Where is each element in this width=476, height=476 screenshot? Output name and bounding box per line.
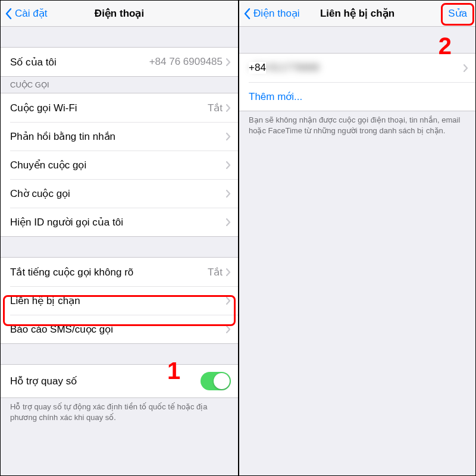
blocked-number: +84 911778888 [249,62,464,74]
caller-id-cell[interactable]: Hiện ID người gọi của tôi [1,208,238,236]
my-number-label: Số của tôi [10,56,149,68]
call-waiting-cell[interactable]: Chờ cuộc gọi [1,179,238,208]
chevron-right-icon [226,190,231,198]
blocked-footer: Bạn sẽ không nhận được cuộc gọi điện tho… [239,111,475,142]
chevron-right-icon [226,297,231,305]
blocked-contact-row[interactable]: +84 911778888 +84 [239,54,475,82]
my-number-value: +84 76 6909485 [149,56,223,68]
chevron-left-icon [244,8,251,20]
chevron-left-icon [5,8,12,20]
phone-settings-panel: Cài đặt Điện thoại Số của tôi +84 76 690… [1,1,238,475]
report-sms-cell[interactable]: Báo cáo SMS/cuộc gọi [1,315,238,343]
nav-bar: Điện thoại Liên hệ bị chặn Sửa [239,1,475,27]
wifi-calling-value: Tắt [208,102,223,114]
blocked-contacts-panel: Điện thoại Liên hệ bị chặn Sửa +84 91177… [238,1,475,475]
silence-unknown-value: Tắt [208,266,223,278]
dial-assist-switch[interactable] [201,372,231,390]
respond-with-text-label: Phản hồi bằng tin nhắn [10,130,226,143]
call-forwarding-label: Chuyển cuộc gọi [10,159,226,171]
back-label: Cài đặt [15,7,47,20]
report-sms-label: Báo cáo SMS/cuộc gọi [10,323,226,336]
chevron-right-icon [226,161,231,169]
wifi-calling-label: Cuộc gọi Wi-Fi [10,102,208,114]
chevron-right-icon [464,64,468,72]
back-button[interactable]: Cài đặt [5,7,47,20]
blocked-list: +84 911778888 +84 Thêm mới... Bạn sẽ khô… [239,27,475,475]
chevron-right-icon [226,268,231,276]
back-label: Điện thoại [253,7,300,20]
my-number-cell[interactable]: Số của tôi +84 76 6909485 [1,48,238,76]
caller-id-label: Hiện ID người gọi của tôi [10,216,226,228]
respond-with-text-cell[interactable]: Phản hồi bằng tin nhắn [1,122,238,151]
settings-list: Số của tôi +84 76 6909485 CUỘC GỌI Cuộc … [1,27,238,475]
chevron-right-icon [226,104,231,112]
blocked-contacts-cell[interactable]: Liên hệ bị chặn [1,286,238,315]
add-new-label: Thêm mới... [249,90,302,103]
chevron-right-icon [226,218,231,226]
call-forwarding-cell[interactable]: Chuyển cuộc gọi [1,151,238,179]
nav-bar: Cài đặt Điện thoại [1,1,238,27]
silence-unknown-label: Tắt tiếng cuộc gọi không rõ [10,266,208,278]
chevron-right-icon [226,325,231,333]
wifi-calling-cell[interactable]: Cuộc gọi Wi-Fi Tắt [1,93,238,122]
dial-assist-cell[interactable]: Hỗ trợ quay số [1,365,238,397]
silence-unknown-cell[interactable]: Tắt tiếng cuộc gọi không rõ Tắt [1,258,238,286]
chevron-right-icon [226,133,231,140]
calls-section-header: CUỘC GỌI [1,77,238,93]
chevron-right-icon [226,58,231,66]
blocked-contacts-label: Liên hệ bị chặn [10,295,226,307]
back-button[interactable]: Điện thoại [244,7,300,20]
call-waiting-label: Chờ cuộc gọi [10,187,226,200]
dial-assist-footer: Hỗ trợ quay số tự động xác định tiền tố … [1,398,238,428]
edit-button[interactable]: Sửa [444,6,471,21]
add-new-cell[interactable]: Thêm mới... [239,82,475,111]
dial-assist-label: Hỗ trợ quay số [10,375,201,387]
